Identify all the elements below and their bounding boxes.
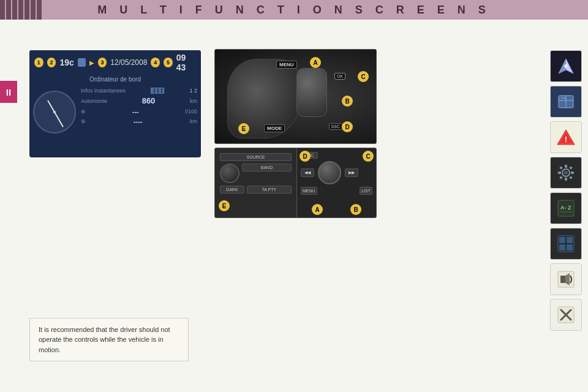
menu-label: MENU [276, 61, 297, 69]
dark-btn: DARK [220, 186, 244, 194]
steering-control-image: MENU MODE SSC A B C D E OK [214, 49, 377, 144]
map-icon [556, 92, 576, 111]
audio-icon [556, 270, 576, 289]
svg-rect-30 [560, 276, 565, 283]
svg-rect-16 [569, 166, 573, 170]
radio-panel: SOURCE BAND DARK TA PTY E [215, 148, 376, 217]
circle-2: 2 [47, 58, 56, 67]
stalk-knob [296, 68, 327, 117]
info-row-3: ⊛ --- l/100 [81, 108, 197, 115]
svg-rect-11 [565, 165, 567, 168]
dash-top-bar: 1 2 19c ▶ 3 12/05/2008 4 5 09 43 [29, 50, 201, 75]
az-list-icon: A - Z [556, 198, 576, 218]
dash-date: 12/05/2008 [110, 58, 147, 67]
label-D-bottom: D [300, 151, 311, 162]
source-btn: SOURCE [220, 153, 292, 161]
info-value-2: --- [132, 108, 139, 115]
controls-section: MENU MODE SSC A B C D E OK SOURCE [214, 49, 377, 218]
info-unit-3: km [190, 118, 197, 124]
sidebar-icon-navigation[interactable] [550, 50, 582, 82]
svg-text:-: - [565, 205, 567, 211]
label-E: E [238, 123, 249, 134]
ta-pty-btn: TA PTY [247, 186, 292, 194]
svg-rect-28 [567, 244, 573, 251]
svg-rect-14 [571, 172, 574, 174]
svg-rect-27 [559, 244, 565, 251]
grid-icon [556, 234, 576, 254]
page-title: M U L T I F U N C T I O N S C R E E N S [0, 4, 588, 17]
svg-rect-25 [559, 237, 565, 243]
svg-rect-12 [565, 178, 567, 181]
info-label-2: Autonomie [81, 98, 107, 104]
sidebar-icon-map[interactable] [550, 86, 582, 118]
warning-text: It is recommended that the driver should… [39, 326, 170, 353]
circle-5: 5 [164, 58, 173, 67]
svg-point-2 [564, 64, 568, 68]
circle-4: 4 [151, 58, 160, 67]
warning-box: It is recommended that the driver should… [29, 318, 189, 362]
ok-label: OK [334, 73, 345, 80]
svg-text:!: ! [565, 135, 567, 144]
dash-clock [33, 91, 76, 134]
svg-text:Z: Z [568, 205, 571, 211]
gear-icon [556, 163, 576, 183]
content-area: II 1 2 19c ▶ 3 12/05/2008 4 5 09 43 Ordi… [0, 20, 588, 392]
radio-right: ESC ◀◀ ▶▶ MENU LIST D C [297, 148, 376, 217]
clock-min-hand [54, 112, 64, 127]
dash-info: Infos instantanees 1 2 Autonomie 860 km … [76, 88, 197, 134]
dash-temp: 19c [59, 58, 74, 67]
label-E-bottom: E [219, 200, 230, 211]
navigation-icon [556, 56, 576, 76]
menu-bottom-btn: MENU [301, 187, 317, 195]
label-B-bottom: B [350, 204, 361, 215]
radio-left: SOURCE BAND DARK TA PTY E [215, 148, 297, 217]
svg-rect-18 [569, 176, 573, 179]
info-unit-1: km [190, 98, 197, 104]
info-row-2: Autonomie 860 km [81, 96, 197, 105]
label-D: D [342, 121, 353, 132]
info-row-1: Infos instantanees 1 2 [81, 88, 197, 94]
mode-label: MODE [264, 124, 285, 132]
list-btn: LIST [360, 187, 372, 195]
dash-icon [78, 58, 86, 67]
svg-point-10 [564, 171, 568, 175]
dash-time: 09 43 [176, 53, 196, 72]
sidebar-icons: ! A - Z [550, 50, 582, 331]
info-row-4: ⊛ ---- km [81, 118, 197, 125]
ssc-label: SSC [329, 123, 342, 130]
dashboard-screen: 1 2 19c ▶ 3 12/05/2008 4 5 09 43 Ordinat… [29, 50, 201, 157]
top-bar: M U L T I F U N C T I O N S C R E E N S [0, 0, 588, 20]
right-knob [318, 161, 341, 184]
label-B: B [342, 96, 353, 107]
svg-text:A: A [560, 205, 565, 211]
section-tab: II [0, 81, 17, 103]
svg-rect-17 [559, 176, 563, 179]
info-value-1: 860 [142, 96, 156, 105]
clock-center [53, 111, 56, 113]
grid-icon [151, 88, 164, 94]
left-knob [220, 164, 239, 183]
svg-rect-13 [558, 172, 561, 174]
band-btn: BAND [242, 164, 292, 172]
sidebar-icon-audio[interactable] [550, 263, 582, 295]
tools-icon [556, 305, 576, 325]
dash-body: Infos instantanees 1 2 Autonomie 860 km … [29, 84, 201, 137]
label-A-bottom: A [312, 204, 323, 215]
label-A: A [310, 57, 321, 68]
svg-rect-15 [559, 166, 563, 170]
info-unit-2: l/100 [185, 108, 197, 115]
circle-1: 1 [34, 58, 43, 67]
sidebar-icon-tools[interactable] [550, 299, 582, 331]
label-C-top: C [358, 71, 369, 82]
sidebar-icon-settings[interactable] [550, 157, 582, 189]
sidebar-icon-grid[interactable] [550, 228, 582, 260]
warning-triangle-icon: ! [556, 127, 576, 147]
sidebar-icon-az[interactable]: A - Z [550, 192, 582, 224]
sidebar-icon-warning[interactable]: ! [550, 121, 582, 153]
radio-control-image: SOURCE BAND DARK TA PTY E [214, 148, 377, 218]
info-label-1: Infos instantanees [81, 88, 126, 94]
label-C-bottom: C [363, 151, 374, 162]
svg-rect-26 [567, 237, 573, 243]
circle-3: 3 [98, 58, 107, 67]
info-value-3: ---- [134, 118, 143, 125]
